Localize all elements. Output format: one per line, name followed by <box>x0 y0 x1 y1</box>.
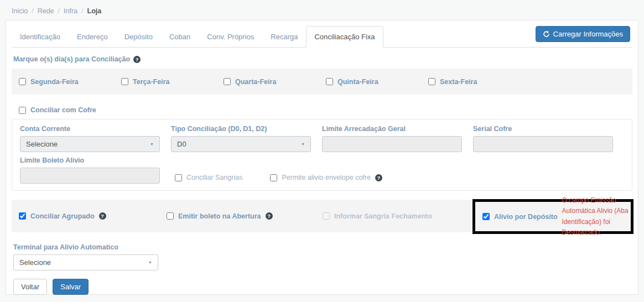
checkbox-emitir-boleto-abertura[interactable]: Emitir boleto na Abertura ? <box>167 212 323 220</box>
checkbox-segunda-feira[interactable]: Segunda-Feira <box>19 78 121 86</box>
checkbox-sexta-feira[interactable]: Sexta-Feira <box>428 78 531 86</box>
tab-deposito[interactable]: Depósito <box>116 26 161 48</box>
terca-feira-label: Terça-Feira <box>133 78 169 86</box>
breadcrumb-separator: / <box>58 7 60 15</box>
tipo-conciliacao-value: D0 <box>177 140 186 148</box>
checkbox-permite-alivio-envelope[interactable]: Permite alivio envelope cofre ? <box>270 174 382 181</box>
days-checkbox-row: Segunda-Feira Terça-Feira Quarta-Feira Q… <box>12 69 632 95</box>
tab-endereco[interactable]: Endereço <box>69 26 116 48</box>
tab-recarga[interactable]: Recarga <box>262 26 306 48</box>
checkbox-informar-sangria-fechamento[interactable]: Informar Sangria Fechamento <box>323 212 483 220</box>
breadcrumb: Inicio/Rede/Infra/Loja <box>0 0 644 20</box>
caret-down-icon: ▼ <box>148 261 152 264</box>
alivio-deposito-highlight-box: Alívio por Depósito O campo Emissão Auto… <box>472 199 633 234</box>
options-checkbox-row: Conciliar Agrupado ? Emitir boleto na Ab… <box>12 200 632 232</box>
quarta-feira-checkbox[interactable] <box>224 78 231 85</box>
checkbox-alivio-por-deposito[interactable]: Alívio por Depósito <box>482 213 558 221</box>
terca-feira-checkbox[interactable] <box>121 78 128 85</box>
permite-alivio-envelope-checkbox[interactable] <box>270 174 277 181</box>
checkbox-terca-feira[interactable]: Terça-Feira <box>121 78 224 86</box>
quinta-feira-checkbox[interactable] <box>326 78 333 85</box>
days-section-title-text: Marque o(s) dia(s) para Conciliação <box>13 55 130 63</box>
limite-arrecadacao-input[interactable] <box>322 136 462 152</box>
conta-corrente-field: Conta Corrente Selecione ▼ <box>20 125 171 152</box>
checkbox-quarta-feira[interactable]: Quarta-Feira <box>224 78 326 86</box>
load-info-label: Carregar Informações <box>553 30 623 38</box>
limite-boleto-input[interactable] <box>20 168 160 184</box>
conciliar-agrupado-checkbox[interactable] <box>19 212 26 220</box>
limite-boleto-field: Limite Boleto Alivio <box>20 157 175 184</box>
conciliar-sangrias-label: Conciliar Sangrias <box>186 174 242 181</box>
back-button[interactable]: Voltar <box>13 279 47 295</box>
help-icon[interactable]: ? <box>375 174 382 181</box>
help-icon[interactable]: ? <box>133 56 141 63</box>
help-icon[interactable]: ? <box>266 212 273 220</box>
alivio-por-deposito-label: Alívio por Depósito <box>494 213 558 221</box>
save-button[interactable]: Salvar <box>53 279 89 295</box>
main-panel: Identificação Endereço Depósito Coban Co… <box>6 20 638 295</box>
checkbox-quinta-feira[interactable]: Quinta-Feira <box>326 78 428 86</box>
tipo-conciliacao-field: Tipo Conciliação (D0, D1, D2) D0 ▼ <box>171 125 322 152</box>
serial-cofre-input[interactable] <box>473 136 613 152</box>
sexta-feira-label: Sexta-Feira <box>440 78 477 86</box>
tab-conciliacao-fixa[interactable]: Conciliacação Fixa <box>306 26 383 48</box>
alivio-por-deposito-checkbox[interactable] <box>482 213 490 220</box>
breadcrumb-current: Loja <box>87 7 102 15</box>
alivio-deposito-warning-note: O campo Emissão Automática Alivio (Aba I… <box>562 195 631 238</box>
tipo-conciliacao-label: Tipo Conciliação (D0, D1, D2) <box>171 125 322 133</box>
conciliar-com-cofre-checkbox[interactable] <box>19 107 26 114</box>
limite-boleto-label: Limite Boleto Alivio <box>20 157 175 164</box>
emitir-boleto-abertura-label: Emitir boleto na Abertura <box>178 212 261 220</box>
refresh-icon <box>543 30 550 38</box>
checkbox-conciliar-agrupado[interactable]: Conciliar Agrupado ? <box>19 212 167 220</box>
quinta-feira-label: Quinta-Feira <box>337 78 378 86</box>
sexta-feira-checkbox[interactable] <box>428 78 435 85</box>
informar-sangria-fechamento-label: Informar Sangria Fechamento <box>334 212 432 220</box>
breadcrumb-link-inicio[interactable]: Inicio <box>12 7 28 15</box>
conciliar-com-cofre-label: Conciliar com Cofre <box>30 106 96 114</box>
tab-coban[interactable]: Coban <box>161 26 199 48</box>
checkbox-conciliar-sangrias[interactable]: Conciliar Sangrias <box>175 174 242 181</box>
conciliar-sangrias-checkbox[interactable] <box>175 174 182 181</box>
help-icon[interactable]: ? <box>99 212 106 220</box>
limite-arrecadacao-field: Limite Arrecadação Geral <box>322 125 473 152</box>
segunda-feira-label: Segunda-Feira <box>30 78 79 86</box>
terminal-alivio-field: Terminal para Alivio Automatico Selecion… <box>13 243 632 270</box>
breadcrumb-link-rede[interactable]: Rede <box>38 7 54 15</box>
breadcrumb-separator: / <box>32 7 33 15</box>
breadcrumb-separator: / <box>81 7 83 15</box>
serial-cofre-label: Serial Cofre <box>473 125 624 133</box>
cofre-fields-panel: Conta Corrente Selecione ▼ Tipo Concilia… <box>12 119 632 191</box>
tipo-conciliacao-select[interactable]: D0 ▼ <box>171 136 311 152</box>
terminal-alivio-value: Selecione <box>19 258 51 267</box>
tab-identificacao[interactable]: Identificação <box>12 26 69 48</box>
quarta-feira-label: Quarta-Feira <box>235 78 276 86</box>
tab-conv-proprios[interactable]: Conv. Próprios <box>199 26 262 48</box>
informar-sangria-fechamento-checkbox[interactable] <box>323 212 330 220</box>
breadcrumb-link-infra[interactable]: Infra <box>64 7 77 15</box>
serial-cofre-field: Serial Cofre <box>473 125 624 152</box>
conta-corrente-value: Selecione <box>26 140 58 148</box>
conta-corrente-select[interactable]: Selecione ▼ <box>20 136 160 152</box>
segunda-feira-checkbox[interactable] <box>19 78 26 85</box>
checkbox-conciliar-com-cofre[interactable]: Conciliar com Cofre <box>19 106 632 114</box>
permite-alivio-envelope-label: Permite alivio envelope cofre <box>282 174 371 181</box>
terminal-alivio-label: Terminal para Alivio Automatico <box>13 243 632 251</box>
emitir-boleto-abertura-checkbox[interactable] <box>167 212 174 220</box>
days-section-title: Marque o(s) dia(s) para Conciliação ? <box>13 55 632 63</box>
cofre-inline-checkboxes: Conciliar Sangrias Permite alivio envelo… <box>175 171 382 184</box>
terminal-alivio-select[interactable]: Selecione ▼ <box>13 254 158 270</box>
caret-down-icon: ▼ <box>301 142 305 146</box>
conciliar-agrupado-label: Conciliar Agrupado <box>30 212 95 220</box>
footer-buttons: Voltar Salvar <box>13 279 632 295</box>
conta-corrente-label: Conta Corrente <box>20 125 171 133</box>
caret-down-icon: ▼ <box>150 142 154 146</box>
load-info-button[interactable]: Carregar Informações <box>536 26 630 42</box>
limite-arrecadacao-label: Limite Arrecadação Geral <box>322 125 473 133</box>
